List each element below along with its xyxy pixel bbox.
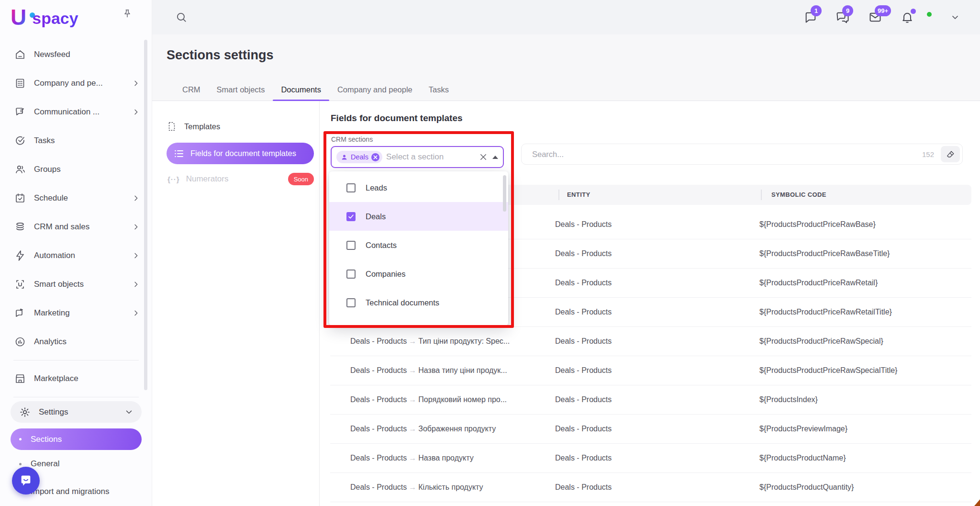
select-section-input[interactable] [386,152,479,162]
tasks-icon [14,135,26,146]
chevron-right-icon [132,223,140,231]
sidebar-item-settings[interactable]: Settings [11,401,142,423]
subnav-item-fields-for-document-templates[interactable]: Fields for document templates [167,143,314,164]
content-heading: Fields for document templates [331,113,463,124]
sidebar-nav: Newsfeed Company and pe... Communication… [0,40,152,506]
mail-badge: 99+ [875,5,891,16]
profile-chevron-down-icon[interactable] [950,12,960,22]
selected-chip-deals[interactable]: Deals [336,151,382,163]
person-icon [341,154,348,161]
crm-sections-select[interactable]: Deals [331,146,504,168]
subnav-item-numerators[interactable]: {··} Numerators Soon [167,173,314,185]
table-row[interactable]: Deals - Products→Назва типу ціни продук.… [330,356,971,385]
table-row[interactable]: Deals - Products→Кількість продукту Deal… [330,473,971,502]
option-leads[interactable]: Leads [329,173,508,202]
tab-smart-objects[interactable]: Smart objects [209,79,273,101]
checkbox-unchecked[interactable] [346,183,356,192]
gear-icon [19,406,31,418]
chats-badge: 9 [842,5,853,16]
table-row[interactable]: Deals - Products→Порядковий номер про...… [330,385,971,415]
sidebar-scrollbar[interactable] [144,40,147,390]
bullet-icon [19,463,22,465]
chevron-right-icon [132,281,140,288]
crm-sections-dropdown: Leads Deals Contacts Companies Technical… [329,171,508,326]
soon-badge: Soon [288,173,314,185]
sidebar-item-marketplace[interactable]: Marketplace [0,364,152,393]
option-deals[interactable]: Deals [329,202,508,231]
chat-bubble-icon [19,474,33,487]
search-input[interactable] [532,150,922,159]
column-divider [761,190,762,200]
header-entity: ENTITY [567,191,590,198]
sidebar-item-communications[interactable]: Communication ... [0,98,152,126]
analytics-icon [14,336,26,348]
sidebar: U spacy Newsfeed Company and pe... Commu… [0,0,152,506]
collapse-caret-icon[interactable] [492,156,498,159]
sidebar-item-newsfeed[interactable]: Newsfeed [0,40,152,69]
option-contacts[interactable]: Contacts [329,231,508,259]
arrow-icon: → [407,454,418,462]
chats-button[interactable]: 9 [835,11,850,24]
chip-remove-icon[interactable] [371,153,379,161]
chevron-right-icon [132,252,140,259]
sidebar-item-automation[interactable]: Automation [0,241,152,270]
tab-crm[interactable]: CRM [174,79,209,101]
schedule-icon [14,192,26,204]
groups-icon [14,164,26,175]
clear-selection-icon[interactable] [479,153,488,161]
logo-u-glyph: U [11,7,26,28]
checkbox-checked[interactable] [346,212,356,221]
sidebar-item-groups[interactable]: Groups [0,155,152,184]
tab-company-and-people[interactable]: Company and people [329,79,421,101]
checkbox-unchecked[interactable] [346,298,356,307]
checkbox-unchecked[interactable] [346,270,356,279]
sidebar-item-company-and-people[interactable]: Company and pe... [0,69,152,98]
logo-dot [30,12,35,18]
option-companies[interactable]: Companies [329,259,508,288]
table-row[interactable]: Deals - Products→Зображення продукту Dea… [330,415,971,444]
sidebar-item-analytics[interactable]: Analytics [0,327,152,356]
pin-icon[interactable] [122,9,133,19]
sidebar-item-crm-and-sales[interactable]: CRM and sales [0,213,152,241]
notifications-button[interactable] [901,11,914,24]
sidebar-item-marketing[interactable]: Marketing [0,299,152,327]
subnav-item-templates[interactable]: Templates [167,121,220,132]
fields-search: 152 [521,144,963,165]
uspacy-logo[interactable]: U spacy [11,7,78,28]
option-technical-documents[interactable]: Technical documents [329,288,508,317]
sidebar-item-sections[interactable]: Sections [11,428,142,450]
arrow-icon: → [407,425,418,433]
tabs-bar: CRM Smart objects Documents Company and … [152,79,980,101]
sidebar-item-tasks[interactable]: Tasks [0,126,152,155]
arrow-icon: → [407,366,418,374]
dropdown-scrollbar[interactable] [503,175,506,212]
checkbox-unchecked[interactable] [346,241,356,250]
tab-tasks[interactable]: Tasks [421,79,457,101]
chevron-right-icon [132,79,140,87]
column-divider [558,190,559,200]
tab-documents[interactable]: Documents [273,79,329,101]
table-row[interactable]: Deals - Products→Тип ціни продукту: Spec… [330,327,971,356]
sidebar-item-schedule[interactable]: Schedule [0,184,152,213]
document-icon [167,121,177,132]
company-icon [14,78,26,89]
arrow-icon: → [407,395,418,404]
sidebar-divider [13,360,139,360]
table-row[interactable]: Deals - Products→Назва продукту Deals - … [330,444,971,473]
messenger-button[interactable]: 1 [804,11,817,24]
corner-artifact [974,499,980,506]
support-chat-button[interactable] [12,467,40,495]
page-title: Sections settings [167,48,274,63]
arrow-icon: → [407,337,418,345]
clear-filters-button[interactable] [941,146,960,162]
chevron-down-icon [125,408,133,416]
documents-subnav: Templates Fields for document templates … [152,101,320,506]
search-icon[interactable] [175,11,188,23]
eraser-icon [946,150,955,159]
online-status-dot [926,11,933,18]
bullet-icon [19,438,22,440]
logo-text: spacy [32,9,78,28]
mail-button[interactable]: 99+ [868,11,882,24]
home-icon [14,49,26,60]
sidebar-item-smart-objects[interactable]: Smart objects [0,270,152,299]
